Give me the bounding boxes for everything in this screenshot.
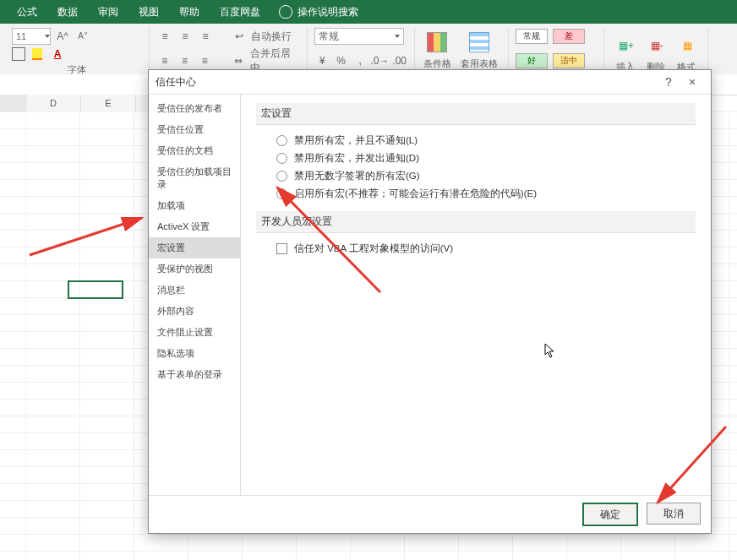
sidebar-item-macro-settings[interactable]: 宏设置 (149, 237, 240, 258)
align-right-icon[interactable]: ≡ (197, 52, 214, 69)
mouse-cursor-icon (544, 343, 554, 358)
dialog-content: 宏设置 禁用所有宏，并且不通知(L) 禁用所有宏，并发出通知(D) 禁用无数字签… (241, 95, 711, 495)
radio-disable-no-notify[interactable]: 禁用所有宏，并且不通知(L) (256, 132, 696, 150)
chevron-down-icon (45, 35, 50, 38)
ok-button[interactable]: 确定 (582, 503, 638, 526)
radio-label: 禁用所有宏，并且不通知(L) (294, 134, 418, 147)
radio-enable-all[interactable]: 启用所有宏(不推荐；可能会运行有潜在危险的代码)(E) (256, 185, 696, 203)
sidebar-item-addins[interactable]: 加载项 (149, 195, 240, 216)
menu-view[interactable]: 视图 (128, 0, 169, 24)
menu-bar: 公式 数据 审阅 视图 帮助 百度网盘 操作说明搜索 (0, 0, 737, 24)
decrease-font-icon[interactable]: A˅ (74, 28, 91, 45)
wrap-text-button[interactable]: 自动换行 (251, 30, 292, 44)
checkbox-label: 信任对 VBA 工程对象模型的访问(V) (294, 242, 453, 255)
sidebar-item-privacy[interactable]: 隐私选项 (149, 343, 240, 364)
align-left-icon[interactable]: ≡ (156, 52, 173, 69)
dialog-title: 信任中心 (156, 75, 657, 90)
sidebar-item-message-bar[interactable]: 消息栏 (149, 280, 240, 301)
sidebar-item-form-login[interactable]: 基于表单的登录 (149, 364, 240, 385)
select-all-corner[interactable] (0, 95, 26, 111)
dialog-sidebar: 受信任的发布者 受信任位置 受信任的文档 受信任的加载项目录 加载项 Activ… (149, 95, 241, 495)
currency-icon[interactable]: ¥ (314, 52, 330, 69)
sidebar-item-trusted-catalogs[interactable]: 受信任的加载项目录 (149, 161, 240, 195)
merge-icon: ⇔ (230, 52, 247, 69)
lightbulb-icon (279, 5, 292, 19)
checkbox-trust-vba[interactable]: 信任对 VBA 工程对象模型的访问(V) (256, 240, 696, 258)
number-format-value: 常规 (319, 30, 339, 44)
increase-decimal-icon[interactable]: .0→ (371, 52, 388, 69)
menu-review[interactable]: 审阅 (88, 0, 128, 24)
fill-color-icon[interactable] (29, 46, 46, 63)
align-center-icon[interactable]: ≡ (177, 52, 194, 69)
col-header-e[interactable]: E (81, 95, 136, 111)
font-size-value: 11 (16, 31, 26, 41)
number-format-combo[interactable]: 常规 (314, 28, 404, 45)
checkbox-icon (276, 243, 287, 254)
sidebar-item-trusted-publishers[interactable]: 受信任的发布者 (149, 98, 240, 119)
radio-disable-unsigned[interactable]: 禁用无数字签署的所有宏(G) (256, 167, 696, 185)
wrap-text-icon: ↩ (231, 28, 248, 45)
cell-style-good[interactable]: 好 (516, 53, 548, 68)
align-top-icon[interactable]: ≡ (156, 28, 173, 45)
delete-cells-button[interactable]: ▦- (641, 30, 672, 61)
sidebar-item-trusted-documents[interactable]: 受信任的文档 (149, 140, 240, 161)
sidebar-item-trusted-locations[interactable]: 受信任位置 (149, 119, 240, 140)
font-size-combo[interactable]: 11 (12, 28, 51, 45)
table-format-button[interactable] (464, 27, 494, 57)
cell-style-normal[interactable]: 常规 (516, 29, 548, 44)
help-button[interactable]: ? (657, 75, 680, 89)
format-cells-button[interactable]: ▦ (672, 30, 702, 61)
radio-icon (276, 171, 287, 182)
border-icon[interactable] (12, 47, 25, 61)
close-button[interactable]: × (680, 75, 704, 89)
cell-style-neutral[interactable]: 适中 (553, 53, 585, 68)
align-mid-icon[interactable]: ≡ (177, 28, 194, 45)
tell-me-search[interactable]: 操作说明搜索 (270, 5, 358, 19)
sidebar-item-protected-view[interactable]: 受保护的视图 (149, 258, 240, 280)
radio-label: 禁用无数字签署的所有宏(G) (294, 170, 420, 182)
selected-cell[interactable] (68, 280, 123, 299)
col-header-d[interactable]: D (26, 95, 81, 111)
search-placeholder: 操作说明搜索 (298, 5, 358, 19)
radio-disable-notify[interactable]: 禁用所有宏，并发出通知(D) (256, 150, 696, 167)
comma-icon[interactable]: , (352, 52, 368, 69)
section-developer-macro: 开发人员宏设置 (256, 211, 696, 233)
font-color-icon[interactable]: A (49, 46, 66, 63)
conditional-format-button[interactable] (422, 27, 452, 57)
sidebar-item-external-content[interactable]: 外部内容 (149, 301, 240, 322)
sidebar-item-activex[interactable]: ActiveX 设置 (149, 216, 240, 237)
section-macro-settings: 宏设置 (256, 103, 696, 125)
radio-icon (276, 153, 287, 164)
menu-help[interactable]: 帮助 (169, 0, 210, 24)
menu-formulas[interactable]: 公式 (7, 0, 47, 24)
radio-icon (276, 135, 287, 146)
radio-label: 启用所有宏(不推荐；可能会运行有潜在危险的代码)(E) (294, 188, 537, 200)
radio-label: 禁用所有宏，并发出通知(D) (294, 152, 419, 165)
increase-font-icon[interactable]: A^ (54, 28, 71, 45)
percent-icon[interactable]: % (333, 52, 348, 69)
dialog-titlebar[interactable]: 信任中心 ? × (149, 70, 711, 95)
menu-baidu[interactable]: 百度网盘 (210, 0, 270, 24)
insert-cells-button[interactable]: ▦+ (611, 30, 641, 61)
chevron-down-icon (395, 35, 400, 38)
align-bot-icon[interactable]: ≡ (197, 28, 214, 45)
menu-data[interactable]: 数据 (47, 0, 88, 24)
dialog-button-row: 确定 取消 (149, 495, 711, 533)
cancel-button[interactable]: 取消 (647, 503, 701, 525)
cell-style-bad[interactable]: 差 (553, 29, 585, 44)
sidebar-item-file-block[interactable]: 文件阻止设置 (149, 322, 240, 343)
decrease-decimal-icon[interactable]: .00 (391, 52, 407, 69)
trust-center-dialog: 信任中心 ? × 受信任的发布者 受信任位置 受信任的文档 受信任的加载项目录 … (148, 69, 712, 534)
radio-icon (276, 188, 287, 199)
